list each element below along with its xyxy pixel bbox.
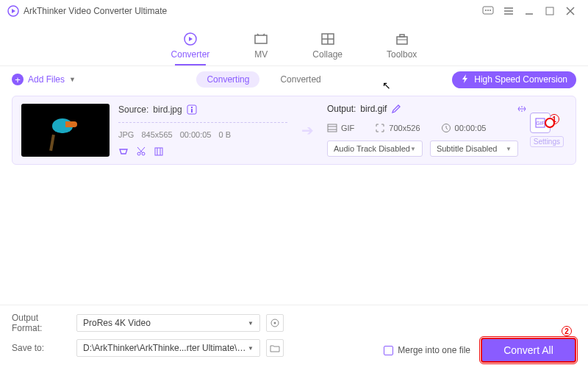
plus-icon: + xyxy=(12,74,24,85)
output-filename: bird.gif xyxy=(360,104,387,114)
app-title: ArkThinker Video Converter Ultimate xyxy=(24,6,167,16)
tab-converter[interactable]: Converter xyxy=(171,32,210,65)
trim-icon[interactable] xyxy=(118,146,129,157)
output-duration: 00:00:05 xyxy=(455,124,487,132)
collage-icon xyxy=(320,32,335,46)
audio-track-value: Audio Track Disabled xyxy=(334,144,410,153)
svg-text:GIF: GIF xyxy=(536,121,545,126)
output-format-settings-button[interactable] xyxy=(266,314,284,332)
svg-point-22 xyxy=(274,322,276,324)
svg-rect-5 xyxy=(546,7,553,15)
film-icon xyxy=(327,123,337,133)
tab-converter-label: Converter xyxy=(171,49,210,60)
tab-mv-label: MV xyxy=(254,49,268,60)
svg-point-4 xyxy=(490,10,491,11)
cut-icon[interactable] xyxy=(136,146,146,157)
svg-rect-9 xyxy=(397,37,407,44)
source-thumbnail[interactable] xyxy=(21,104,110,157)
source-format: JPG xyxy=(118,130,134,139)
subtitle-value: Subtitle Disabled xyxy=(437,144,498,153)
app-logo xyxy=(7,5,19,17)
cursor-icon: ↖ xyxy=(382,79,391,91)
chevron-down-icon: ▼ xyxy=(248,345,254,352)
tab-collage-label: Collage xyxy=(312,49,343,60)
callout-marker-2: 2 xyxy=(562,326,572,336)
clock-icon xyxy=(441,123,451,133)
save-to-select[interactable]: D:\ArkThinker\ArkThinke...rter Ultimate\… xyxy=(76,339,260,357)
resolution-icon xyxy=(375,123,385,133)
svg-point-2 xyxy=(485,10,487,11)
chevron-down-icon: ▼ xyxy=(506,146,512,152)
output-format-select[interactable]: ProRes 4K Video▼ xyxy=(76,314,260,332)
output-format-label: Output Format: xyxy=(12,313,71,333)
svg-rect-7 xyxy=(255,35,267,43)
svg-rect-10 xyxy=(400,35,404,37)
feedback-icon[interactable] xyxy=(478,1,498,21)
info-icon[interactable] xyxy=(187,104,197,115)
svg-rect-17 xyxy=(328,124,337,132)
output-resolution: 700x526 xyxy=(389,124,420,132)
tab-toolbox-label: Toolbox xyxy=(387,49,417,60)
toolbox-icon xyxy=(395,32,409,46)
merge-label: Merge into one file xyxy=(398,345,470,355)
svg-rect-12 xyxy=(191,107,193,108)
source-resolution: 845x565 xyxy=(141,130,172,139)
high-speed-conversion-button[interactable]: High Speed Conversion xyxy=(452,71,576,88)
menu-icon[interactable] xyxy=(498,1,519,21)
output-settings-button[interactable]: GIF xyxy=(530,113,551,133)
subtitle-dropdown[interactable]: Subtitle Disabled▼ xyxy=(430,141,518,157)
enhance-icon[interactable] xyxy=(154,146,164,157)
output-format-value: ProRes 4K Video xyxy=(83,318,151,328)
add-files-button[interactable]: + Add Files ▼ xyxy=(12,74,76,85)
edit-icon[interactable] xyxy=(391,104,401,114)
lightning-icon xyxy=(461,74,470,85)
chevron-down-icon: ▼ xyxy=(69,76,76,83)
maximize-icon[interactable] xyxy=(539,1,560,21)
svg-rect-13 xyxy=(191,109,193,113)
save-to-value: D:\ArkThinker\ArkThinke...rter Ultimate\… xyxy=(83,343,248,353)
chevron-down-icon: ▼ xyxy=(248,320,254,327)
subtab-converting[interactable]: Converting xyxy=(196,71,259,88)
high-speed-label: High Speed Conversion xyxy=(474,74,567,85)
tab-collage[interactable]: Collage xyxy=(312,32,343,65)
tab-mv[interactable]: MV xyxy=(254,32,268,65)
save-to-label: Save to: xyxy=(12,343,71,353)
output-format: GIF xyxy=(341,124,354,132)
merge-checkbox[interactable]: Merge into one file xyxy=(384,345,470,355)
split-icon[interactable] xyxy=(517,104,527,114)
mv-icon xyxy=(254,32,268,46)
source-duration: 00:00:05 xyxy=(180,130,212,139)
svg-point-3 xyxy=(487,10,489,11)
add-files-label: Add Files xyxy=(28,74,65,85)
open-folder-button[interactable] xyxy=(266,339,284,357)
svg-rect-16 xyxy=(155,148,162,155)
tab-toolbox[interactable]: Toolbox xyxy=(387,32,417,65)
convert-all-button[interactable]: Convert All xyxy=(481,338,576,363)
audio-track-dropdown[interactable]: Audio Track Disabled▼ xyxy=(327,141,423,157)
arrow-right-icon: ➔ xyxy=(296,121,318,139)
file-card: Source: bird.jpg JPG 845x565 00:00:05 0 … xyxy=(12,96,576,165)
source-filename: bird.jpg xyxy=(153,104,182,115)
subtab-converted[interactable]: Converted xyxy=(270,71,331,88)
output-label: Output: xyxy=(327,104,356,114)
checkbox-icon xyxy=(384,346,393,355)
chevron-down-icon: ▼ xyxy=(410,146,416,152)
converter-icon xyxy=(183,32,198,46)
minimize-icon[interactable] xyxy=(519,1,539,21)
source-label: Source: xyxy=(118,104,148,115)
source-size: 0 B xyxy=(218,130,231,139)
close-icon[interactable] xyxy=(560,1,581,21)
